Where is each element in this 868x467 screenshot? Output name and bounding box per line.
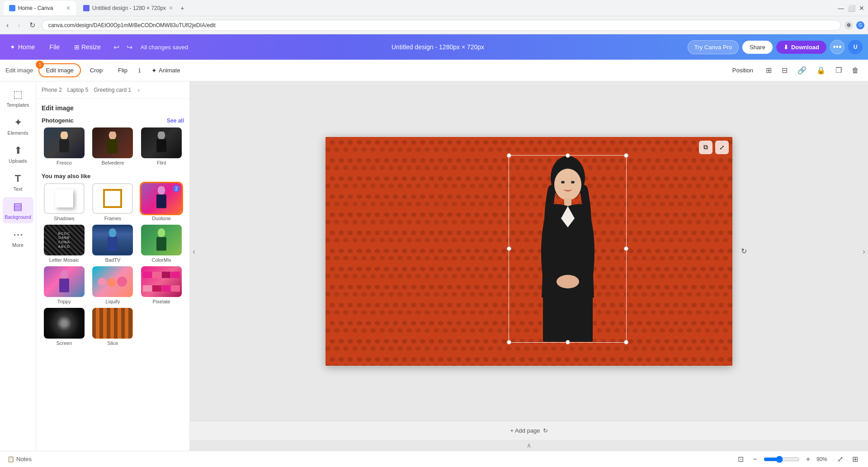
trash-icon-button[interactable]: 🗑 <box>848 65 863 76</box>
file-button[interactable]: File <box>45 41 64 53</box>
info-button[interactable]: ℹ <box>137 65 142 76</box>
flip-button[interactable]: Flip <box>112 64 134 76</box>
panel-tab-laptop5[interactable]: Laptop 5 <box>67 85 89 95</box>
scroll-right-button[interactable]: › <box>863 246 865 256</box>
grid-icon-button[interactable]: ⊞ <box>762 64 775 76</box>
svg-rect-13 <box>59 278 69 292</box>
tab-design[interactable]: Untitled design - 1280 × 720px ✕ <box>78 1 179 15</box>
panel: Phone 2 Laptop 5 Greeting card 1 › Edit … <box>36 81 190 451</box>
filter-frames[interactable]: Frames <box>90 183 136 221</box>
photogenic-section: Photogenic See all <box>42 117 184 124</box>
home-button[interactable]: ✦ Home <box>5 41 39 53</box>
expand-canvas-button[interactable]: ⤢ <box>715 141 729 154</box>
filter-badtv[interactable]: BadTV <box>90 225 136 263</box>
address-input[interactable] <box>42 20 841 31</box>
filter-slice[interactable]: Slice <box>90 308 136 346</box>
image-toolbar: Edit image 1 Edit image Crop Flip ℹ ✦ An… <box>0 60 868 81</box>
download-button[interactable]: ⬇ Download <box>776 41 826 54</box>
duplicate-icon-button[interactable]: ❐ <box>832 64 845 76</box>
try-pro-button[interactable]: Try Canva Pro <box>688 40 739 54</box>
panel-tab-phone2[interactable]: Phone 2 <box>42 85 62 95</box>
svg-point-16 <box>561 181 565 184</box>
tab-close-home[interactable]: ✕ <box>66 5 71 11</box>
filter-flint[interactable]: Flint <box>139 127 184 165</box>
minimize-button[interactable]: — <box>838 5 844 12</box>
sidebar-item-text[interactable]: T Text <box>3 169 33 195</box>
extensions-icon[interactable]: ⚙ <box>844 21 853 29</box>
close-button[interactable]: ✕ <box>859 5 864 12</box>
try-pro-label: Try Canva Pro <box>694 44 732 51</box>
tab-close-design[interactable]: ✕ <box>169 5 173 11</box>
zoom-level: 90% <box>816 456 831 462</box>
canvas-container[interactable]: ‹ <box>190 81 868 421</box>
resize-button[interactable]: ⊞ Resize <box>70 41 105 53</box>
undo-button[interactable]: ↩ <box>111 41 122 53</box>
fit-page-button[interactable]: ⊡ <box>735 454 746 464</box>
share-button[interactable]: Share <box>742 41 773 54</box>
flip-label: Flip <box>118 67 127 74</box>
zoom-out-button[interactable]: − <box>750 454 760 464</box>
user-avatar[interactable]: U <box>848 40 863 54</box>
filter-liquify[interactable]: Liquify <box>90 266 136 304</box>
panel-scroll-right[interactable]: › <box>137 85 141 94</box>
sidebar-item-more[interactable]: ⋯ More <box>3 225 33 251</box>
canva-logo: ✦ <box>10 43 15 51</box>
edit-image-button[interactable]: 1 Edit image <box>38 63 80 77</box>
sidebar-item-elements[interactable]: ✦ Elements <box>3 113 33 139</box>
add-page-label: + Add page <box>510 427 540 434</box>
px4 <box>171 272 180 278</box>
align-icon-button[interactable]: ⊟ <box>778 64 791 76</box>
canvas-refresh-button[interactable]: ↻ <box>737 245 750 258</box>
canvas[interactable] <box>326 137 732 366</box>
new-tab-button[interactable]: + <box>180 5 184 12</box>
add-page-button[interactable]: + Add page ↻ <box>510 427 547 434</box>
position-button[interactable]: Position <box>726 64 760 76</box>
filter-fresco[interactable]: Fresco <box>42 127 87 165</box>
image-element[interactable] <box>509 155 627 343</box>
filter-shadows[interactable]: Shadows <box>42 183 87 221</box>
notes-button[interactable]: 📋 Notes <box>7 456 32 462</box>
back-button[interactable]: ‹ <box>4 19 11 31</box>
flint-preview <box>141 127 182 158</box>
copy-canvas-button[interactable]: ⧉ <box>699 141 712 154</box>
maximize-button[interactable]: ⬜ <box>848 5 855 12</box>
belvedere-preview <box>92 127 133 158</box>
flint-thumb <box>141 127 182 158</box>
filter-colormix[interactable]: ColorMix <box>139 225 184 263</box>
filter-duotone[interactable]: 2 Duotone <box>139 183 184 221</box>
tab-home[interactable]: Home - Canva ✕ <box>4 1 76 15</box>
fullscreen-button[interactable]: ⤢ <box>835 454 846 464</box>
svg-point-15 <box>554 169 581 200</box>
header-more-button[interactable]: ••• <box>830 40 844 54</box>
profile-icon[interactable]: G <box>856 21 864 29</box>
redo-button[interactable]: ↪ <box>124 41 135 53</box>
see-all-link[interactable]: See all <box>167 118 184 124</box>
canvas-wrapper: ↻ ⧉ ⤢ <box>326 137 732 366</box>
lock-icon-button[interactable]: 🔒 <box>813 64 829 76</box>
sidebar-item-uploads[interactable]: ⬆ Uploads <box>3 141 33 167</box>
grid-view-button[interactable]: ⊞ <box>849 454 861 464</box>
scroll-up-button[interactable]: ∧ <box>527 442 531 449</box>
svg-point-6 <box>158 186 165 195</box>
animate-button[interactable]: ✦ Animate <box>145 64 187 77</box>
colormix-preview <box>141 225 182 255</box>
filter-belvedere[interactable]: Belvedere <box>90 127 136 165</box>
zoom-in-button[interactable]: + <box>803 454 813 464</box>
filter-trippy[interactable]: Trippy <box>42 266 87 304</box>
svg-point-2 <box>109 132 117 140</box>
svg-rect-20 <box>543 297 593 342</box>
crop-button[interactable]: Crop <box>84 64 109 76</box>
zoom-slider[interactable] <box>764 456 800 463</box>
scroll-left-button[interactable]: ‹ <box>193 246 195 256</box>
forward-button[interactable]: › <box>15 19 23 31</box>
badge-1: 1 <box>36 61 44 69</box>
sidebar-item-background[interactable]: ▤ Background <box>3 197 33 223</box>
panel-tab-greeting[interactable]: Greeting card 1 <box>94 85 131 95</box>
filter-letter-mosaic[interactable]: BCDCDABBCDBAABCD Letter Mosaic <box>42 225 87 263</box>
filter-screen[interactable]: Screen <box>42 308 87 346</box>
filter-pixelate[interactable]: Pixelate <box>139 266 184 304</box>
refresh-button[interactable]: ↻ <box>27 19 38 31</box>
sidebar-item-templates[interactable]: ⬚ Templates <box>3 85 33 111</box>
notes-label: Notes <box>16 456 32 462</box>
link-icon-button[interactable]: 🔗 <box>794 64 810 76</box>
